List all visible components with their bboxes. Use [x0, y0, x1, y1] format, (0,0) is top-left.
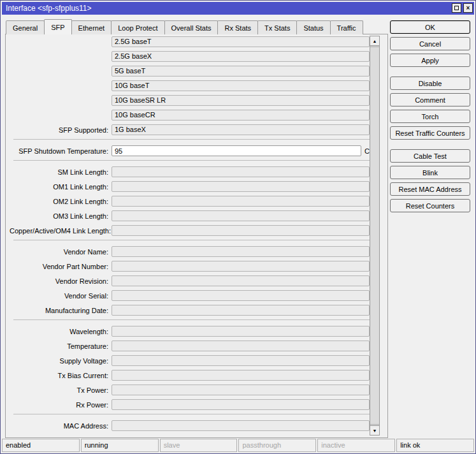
sm-link-length-row: SM Link Length: [10, 166, 370, 177]
supply-voltage-field [112, 355, 370, 366]
vendor-name-field [112, 246, 370, 257]
rx-power-field [112, 399, 370, 410]
title-bar[interactable]: Interface <sfp-sfpplus11> × [2, 2, 474, 15]
temperature-field [112, 340, 370, 351]
status-bar: enabled running slave passthrough inacti… [2, 439, 474, 452]
tx-bias-current-field [112, 370, 370, 381]
tab-traffic[interactable]: Traffic [330, 20, 363, 34]
wavelength-row: Wavelength: [10, 326, 370, 337]
sfp-mode-row: 10G baseSR LR [10, 95, 370, 106]
sfp-mode-row: 2.5G baseT [10, 36, 370, 47]
sfp-mode-row: 2.5G baseX [10, 51, 370, 62]
close-button[interactable]: × [463, 3, 473, 13]
sfp-shutdown-temperature-input[interactable] [112, 145, 361, 156]
om2-link-length-row: OM2 Link Length: [10, 196, 370, 207]
tab-overall-stats[interactable]: Overall Stats [164, 20, 219, 34]
scroll-down-icon: ▼ [373, 428, 377, 433]
torch-button[interactable]: Torch [390, 110, 470, 123]
vendor-name-row: Vendor Name: [10, 246, 370, 257]
reset-counters-button[interactable]: Reset Counters [390, 199, 470, 212]
interface-dialog-window: Interface <sfp-sfpplus11> × General SFP … [0, 0, 476, 454]
scroll-up-icon: ▲ [373, 39, 377, 43]
status-passthrough: passthrough [238, 439, 316, 452]
temperature-unit-label: C [361, 147, 370, 155]
separator [13, 160, 370, 161]
button-group-gap [390, 143, 470, 149]
scrollbar-thumb[interactable] [370, 47, 379, 425]
action-button-column: OK Cancel Apply Disable Comment Torch Re… [390, 20, 470, 216]
vendor-part-number-row: Vendor Part Number: [10, 261, 370, 272]
sfp-mode-row: 5G baseT [10, 66, 370, 77]
maximize-icon [454, 6, 459, 10]
scroll-up-button[interactable]: ▲ [370, 36, 379, 46]
tab-ethernet[interactable]: Ethernet [71, 20, 112, 34]
sfp-mode-value: 5G baseT [112, 66, 370, 77]
comment-button[interactable]: Comment [390, 93, 470, 106]
maximize-button[interactable] [452, 3, 461, 13]
mac-address-row: MAC Address: [10, 420, 370, 431]
om2-link-length-field [112, 196, 370, 207]
close-icon: × [466, 5, 470, 11]
separator [13, 319, 370, 320]
reset-traffic-counters-button[interactable]: Reset Traffic Counters [390, 126, 470, 140]
vendor-part-number-field [112, 261, 370, 272]
vertical-scrollbar[interactable]: ▲ ▼ [370, 36, 380, 436]
sfp-shutdown-temperature-row: SFP Shutdown Temperature: C [10, 145, 370, 156]
window-controls: × [452, 3, 473, 13]
vendor-serial-field [112, 290, 370, 301]
sfp-mode-value: 2.5G baseT [112, 36, 370, 47]
om3-link-length-field [112, 210, 370, 221]
scroll-down-button[interactable]: ▼ [370, 425, 379, 435]
status-link-ok: link ok [396, 439, 474, 452]
disable-button[interactable]: Disable [390, 77, 470, 90]
rx-power-row: Rx Power: [10, 399, 370, 410]
om1-link-length-field [112, 181, 370, 192]
status-running: running [81, 439, 159, 452]
reset-mac-address-button[interactable]: Reset MAC Address [390, 182, 470, 196]
sfp-mode-row: 10G baseT [10, 80, 370, 91]
tx-power-field [112, 384, 370, 395]
cable-test-button[interactable]: Cable Test [390, 149, 470, 163]
tab-tx-stats[interactable]: Tx Stats [257, 20, 297, 34]
separator [13, 414, 370, 414]
sfp-supported-label: SFP Supported: [10, 126, 112, 134]
tx-bias-current-row: Tx Bias Current: [10, 370, 370, 381]
separator [13, 139, 370, 140]
vendor-revision-field [112, 275, 370, 286]
sfp-mode-row: 10G baseCR [10, 110, 370, 121]
sfp-mode-value: 2.5G baseX [112, 51, 370, 62]
sfp-mode-value: 10G baseSR LR [112, 95, 370, 106]
sfp-mode-value: 10G baseT [112, 80, 370, 91]
window-title: Interface <sfp-sfpplus11> [6, 4, 92, 13]
mac-address-label: MAC Address: [10, 422, 112, 430]
temperature-row: Temperature: [10, 340, 370, 351]
sfp-tab-panel: 2.5G baseT 2.5G baseX 5G baseT 10G baseT… [5, 34, 388, 438]
apply-button[interactable]: Apply [390, 54, 470, 67]
copper-active-om4-link-length-field [112, 225, 370, 236]
blink-button[interactable]: Blink [390, 166, 470, 179]
tx-power-row: Tx Power: [10, 384, 370, 395]
ok-button[interactable]: OK [390, 20, 470, 34]
tab-status[interactable]: Status [296, 20, 330, 34]
tab-rx-stats[interactable]: Rx Stats [217, 20, 258, 34]
sfp-mode-value: 10G baseCR [112, 110, 370, 121]
tab-bar: General SFP Ethernet Loop Protect Overal… [6, 19, 363, 34]
supply-voltage-row: Supply Voltage: [10, 355, 370, 366]
cancel-button[interactable]: Cancel [390, 37, 470, 50]
mac-address-field [112, 420, 370, 431]
manufacturing-date-row: Manufacturing Date: [10, 305, 370, 316]
tab-general[interactable]: General [6, 20, 45, 34]
om1-link-length-row: OM1 Link Length: [10, 181, 370, 192]
status-inactive: inactive [317, 439, 395, 452]
sfp-supported-field: 1G baseX [112, 124, 370, 135]
separator [13, 240, 370, 240]
tab-loop-protect[interactable]: Loop Protect [111, 20, 164, 34]
button-group-gap [390, 70, 470, 77]
sfp-supported-row: SFP Supported: 1G baseX [10, 124, 370, 135]
status-slave: slave [160, 439, 238, 452]
sfp-form: 2.5G baseT 2.5G baseX 5G baseT 10G baseT… [10, 36, 370, 435]
copper-active-om4-link-length-row: Copper/Active/OM4 Link Length: [10, 225, 370, 236]
status-enabled: enabled [2, 439, 80, 452]
om3-link-length-row: OM3 Link Length: [10, 210, 370, 221]
tab-sfp[interactable]: SFP [44, 19, 71, 34]
